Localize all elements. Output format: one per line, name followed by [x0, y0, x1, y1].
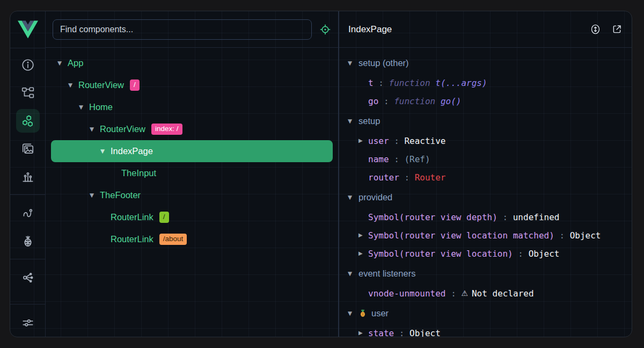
expand-toggle-icon[interactable]: ▼	[100, 148, 111, 154]
expand-toggle-icon[interactable]: ▼	[90, 192, 100, 198]
value-function-signature: go()	[441, 96, 462, 106]
expand-toggle-icon[interactable]: ▼	[90, 126, 100, 132]
open-in-editor-icon[interactable]	[611, 24, 623, 35]
expand-toggle-icon[interactable]: ▼	[68, 82, 78, 88]
expand-toggle-icon[interactable]: ▼	[79, 104, 89, 110]
sidebar-item-component-outline-icon[interactable]	[16, 81, 40, 105]
route-badge: /	[159, 212, 169, 222]
warning-icon: ⚠	[461, 289, 468, 298]
section-label: setup (other)	[358, 58, 409, 68]
inspect-component-icon[interactable]	[319, 24, 331, 35]
info-icon	[21, 58, 35, 72]
sidebar-item-timeline-icon[interactable]	[16, 165, 40, 189]
search-input[interactable]	[53, 19, 312, 40]
collapse-icon[interactable]: ▼	[348, 194, 358, 200]
key-value-separator: :	[513, 249, 529, 259]
sidebar-item-info-icon[interactable]	[16, 53, 40, 77]
inspector-title: IndexPage	[348, 24, 392, 35]
state-value: Router	[415, 172, 446, 183]
collapse-icon[interactable]: ▼	[348, 118, 358, 124]
section-label: user	[371, 308, 389, 318]
state-key: name	[368, 154, 389, 164]
scroll-to-component-icon[interactable]	[590, 24, 601, 35]
section-setup[interactable]: ▼setup	[348, 110, 632, 132]
collapse-icon[interactable]: ▼	[348, 271, 358, 277]
state-row-router: router : Router	[348, 168, 632, 186]
sidebar-divider	[10, 259, 46, 260]
tree-node-routerlink[interactable]: RouterLink/about	[51, 228, 333, 250]
router-icon	[21, 206, 35, 220]
component-outline-icon	[21, 86, 35, 100]
state-row-state[interactable]: ▶state : Object	[348, 324, 632, 337]
state-row-t: t : function t(...args)	[348, 74, 632, 92]
route-badge: index: /	[151, 124, 182, 134]
component-name: TheFooter	[100, 190, 141, 200]
section-event-listeners[interactable]: ▼event listeners	[348, 263, 632, 284]
module-graph-icon	[21, 271, 35, 285]
pinia-icon	[358, 309, 367, 317]
tree-node-routerlink[interactable]: RouterLink/	[51, 206, 333, 228]
component-name: RouterView	[100, 124, 145, 134]
component-name: App	[68, 58, 83, 68]
component-name: RouterLink	[111, 234, 153, 244]
tree-node-home[interactable]: ▼Home	[51, 96, 333, 118]
sidebar-item-pages-icon[interactable]	[16, 137, 40, 161]
sidebar-item-module-graph-icon[interactable]	[16, 266, 40, 289]
inspector-header: IndexPage	[339, 11, 632, 48]
state-key: Symbol(router view depth)	[368, 212, 497, 222]
state-row-symbol-router-view-depth: Symbol(router view depth) : undefined	[348, 208, 632, 226]
components-tree-panel: ▼App▼RouterView/▼Home▼RouterViewindex: /…	[46, 11, 338, 337]
collapse-icon[interactable]: ▼	[348, 310, 358, 316]
state-key: t	[368, 78, 374, 88]
component-tree: ▼App▼RouterView/▼Home▼RouterViewindex: /…	[46, 48, 338, 337]
pages-icon	[21, 142, 35, 156]
expand-arrow-icon[interactable]: ▶	[358, 233, 368, 238]
state-value: Object	[570, 230, 601, 241]
expand-arrow-icon[interactable]: ▶	[358, 330, 368, 336]
section-setup-other[interactable]: ▼setup (other)	[348, 52, 632, 74]
component-name: Home	[89, 102, 113, 112]
state-value: Object	[529, 249, 560, 259]
tree-node-routerview[interactable]: ▼RouterView/	[51, 74, 333, 96]
state-value: Object	[409, 328, 441, 337]
section-provided[interactable]: ▼provided	[348, 186, 632, 208]
key-value-separator: :	[374, 78, 389, 88]
section-label: setup	[358, 116, 380, 126]
state-inspector: ▼setup (other)t : function t(...args)go …	[339, 48, 632, 337]
value-function-signature: t(...args)	[435, 78, 487, 88]
sidebar-item-settings-icon[interactable]	[16, 311, 40, 335]
state-key: go	[368, 96, 378, 106]
tree-node-routerview[interactable]: ▼RouterViewindex: /	[51, 118, 333, 140]
sidebar-item-router-icon[interactable]	[16, 201, 40, 225]
expand-arrow-icon[interactable]: ▶	[358, 251, 368, 256]
expand-toggle-icon[interactable]: ▼	[57, 60, 68, 66]
tree-panel-header	[46, 11, 338, 48]
sidebar	[10, 11, 46, 337]
section-user[interactable]: ▼user	[348, 302, 632, 324]
tree-node-theinput[interactable]: TheInput	[51, 162, 333, 184]
state-value: Not declared	[472, 288, 534, 299]
state-value: undefined	[513, 212, 560, 222]
tree-node-app[interactable]: ▼App	[51, 52, 333, 74]
sidebar-item-components-icon[interactable]	[16, 109, 40, 133]
components-icon	[20, 114, 35, 128]
state-row-user[interactable]: ▶user : Reactive	[348, 132, 632, 150]
tree-node-thefooter[interactable]: ▼TheFooter	[51, 184, 333, 206]
expand-arrow-icon[interactable]: ▶	[358, 138, 368, 143]
state-row-vnode-unmounted: vnode-unmounted : ⚠Not declared	[348, 284, 632, 302]
sidebar-item-pinia-icon[interactable]	[16, 229, 40, 253]
route-badge: /	[130, 79, 140, 90]
settings-icon	[21, 316, 35, 330]
tree-node-indexpage[interactable]: ▼IndexPage	[51, 140, 333, 162]
state-row-symbol-router-view-location-matched[interactable]: ▶Symbol(router view location matched) : …	[348, 226, 632, 244]
state-key: Symbol(router view location)	[368, 249, 513, 259]
state-row-symbol-router-view-location[interactable]: ▶Symbol(router view location) : Object	[348, 244, 632, 263]
value-function-keyword: function	[394, 96, 441, 106]
collapse-icon[interactable]: ▼	[348, 60, 358, 66]
state-row-name: name : (Ref)	[348, 150, 632, 168]
value-function-keyword: function	[389, 78, 436, 88]
key-value-separator: :	[399, 172, 415, 183]
key-value-separator: :	[394, 328, 409, 337]
vue-logo	[10, 11, 45, 48]
key-value-separator: :	[389, 154, 405, 164]
